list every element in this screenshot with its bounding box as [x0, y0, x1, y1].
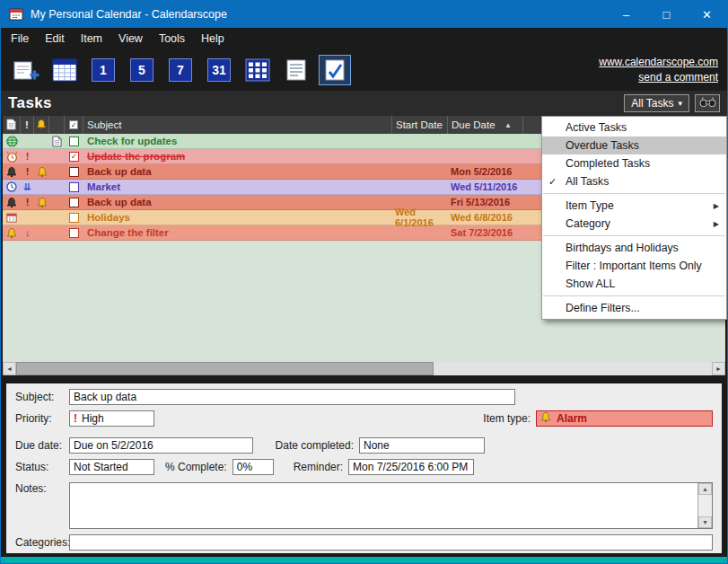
- start-date-column-header[interactable]: Start Date: [392, 116, 448, 134]
- item-type-column-header[interactable]: [3, 116, 21, 134]
- priority-value: High: [82, 412, 104, 425]
- scroll-right-button[interactable]: ►: [712, 362, 725, 375]
- date-completed-input[interactable]: None: [359, 437, 485, 454]
- close-icon: ✕: [702, 8, 712, 22]
- notes-input[interactable]: ▲ ▼: [69, 482, 713, 529]
- due-date-row: Due date: Due on 5/2/2016 Date completed…: [15, 437, 713, 454]
- task-filter-dropdown-button[interactable]: All Tasks ▾: [624, 94, 689, 112]
- tasks-page-icon: [323, 58, 346, 82]
- task-start-date: [392, 149, 448, 163]
- priority-row: Priority: ! High Item type: Alarm: [15, 410, 713, 427]
- menu-tools[interactable]: Tools: [151, 30, 193, 48]
- task-subject: Back up data: [83, 164, 392, 179]
- task-due-date: Wed 5/11/2016: [448, 180, 523, 194]
- tasks-view-button[interactable]: [319, 55, 351, 85]
- year-view-button[interactable]: [241, 55, 274, 85]
- item-type-field[interactable]: Alarm: [536, 410, 713, 427]
- app-window: My Personal Calendar - Calendarscope – □…: [0, 0, 728, 564]
- work-week-view-button[interactable]: 5: [126, 55, 158, 85]
- bell-dark-icon: [3, 164, 21, 179]
- day-view-icon: 1: [92, 58, 115, 82]
- subject-column-header[interactable]: Subject: [83, 116, 392, 134]
- menu-item-filter-important-items-only[interactable]: Filter : Important Items Only: [542, 257, 726, 275]
- list-view-button[interactable]: [280, 55, 312, 85]
- scroll-up-button[interactable]: ▲: [698, 483, 712, 495]
- website-link[interactable]: www.calendarscope.com: [599, 55, 718, 70]
- due-date-column-header[interactable]: Due Date ▲: [448, 116, 523, 134]
- alarm-bell-icon: [540, 411, 551, 426]
- task-start-date: [392, 180, 448, 194]
- menu-item-completed-tasks[interactable]: Completed Tasks: [542, 154, 726, 172]
- complete-checkbox[interactable]: ✓: [69, 152, 79, 162]
- horizontal-scrollbar[interactable]: ◄ ►: [3, 362, 725, 375]
- menu-check-icon: ✓: [548, 176, 561, 188]
- task-due-date: [448, 134, 523, 148]
- minimize-button[interactable]: –: [606, 1, 646, 28]
- maximize-button[interactable]: □: [646, 1, 687, 28]
- menu-edit[interactable]: Edit: [37, 30, 73, 48]
- item-type-value: Alarm: [557, 412, 587, 425]
- year-grid-icon: [245, 58, 270, 82]
- reminder-input[interactable]: Mon 7/25/2016 6:00 PM: [348, 459, 474, 475]
- find-button[interactable]: [695, 94, 720, 112]
- scroll-left-button[interactable]: ◄: [3, 362, 16, 375]
- menu-item-item-type[interactable]: Item Type▶: [542, 197, 726, 215]
- task-filter-label: All Tasks: [631, 97, 673, 110]
- month-view-button[interactable]: 31: [203, 55, 235, 85]
- percent-complete-input[interactable]: 0%: [232, 459, 274, 475]
- status-input[interactable]: Not Started: [69, 459, 154, 475]
- notes-column-header[interactable]: [49, 116, 65, 134]
- menu-item-show-all[interactable]: Show ALL: [542, 275, 726, 293]
- goto-date-button[interactable]: [48, 55, 81, 85]
- complete-checkbox[interactable]: [69, 213, 79, 223]
- complete-checkbox[interactable]: [69, 228, 79, 238]
- complete-checkbox[interactable]: [69, 167, 79, 177]
- complete-checkbox[interactable]: [69, 137, 79, 146]
- menu-item-label: Birthdays and Holidays: [566, 242, 679, 254]
- menu-help[interactable]: Help: [193, 30, 232, 48]
- due-date-input[interactable]: Due on 5/2/2016: [69, 437, 253, 454]
- completed-column-header[interactable]: ✓: [65, 116, 83, 134]
- menu-item-label: Show ALL: [566, 278, 615, 290]
- task-due-date: Fri 5/13/2016: [448, 195, 523, 209]
- priority-input[interactable]: ! High: [69, 410, 154, 427]
- categories-input[interactable]: [69, 534, 713, 551]
- complete-checkbox[interactable]: [69, 182, 79, 192]
- page-icon: [6, 119, 16, 132]
- complete-checkbox[interactable]: [69, 198, 79, 207]
- menu-view[interactable]: View: [110, 30, 151, 48]
- list-page-icon: [285, 58, 307, 82]
- menu-item-active-tasks[interactable]: Active Tasks: [542, 119, 726, 137]
- priority-label: Priority:: [15, 412, 69, 425]
- task-subject: Update the program: [83, 149, 392, 163]
- task-due-date: Mon 5/2/2016: [448, 164, 523, 179]
- menu-item-overdue-tasks[interactable]: Overdue Tasks: [542, 137, 726, 154]
- send-comment-link[interactable]: send a comment: [599, 70, 718, 85]
- menu-file[interactable]: File: [3, 30, 37, 48]
- menu-item[interactable]: Item: [73, 30, 110, 48]
- task-filter-menu: Active TasksOverdue TasksCompleted Tasks…: [541, 116, 727, 320]
- menu-item-all-tasks[interactable]: ✓All Tasks: [542, 172, 726, 190]
- scroll-down-button[interactable]: ▼: [698, 516, 712, 528]
- priority-high-icon: !: [74, 412, 77, 425]
- menu-item-birthdays-and-holidays[interactable]: Birthdays and Holidays: [542, 239, 726, 257]
- new-item-button[interactable]: [10, 55, 42, 85]
- week-view-button[interactable]: 7: [164, 55, 197, 85]
- bottom-accent-strip: [1, 557, 727, 563]
- menu-item-define-filters[interactable]: Define Filters...: [542, 299, 726, 317]
- priority-icon: ⇊: [21, 180, 34, 194]
- item-type-label: Item type:: [483, 412, 531, 425]
- title-bar: My Personal Calendar - Calendarscope – □…: [1, 1, 727, 28]
- close-button[interactable]: ✕: [687, 1, 727, 28]
- menu-item-label: Filter : Important Items Only: [566, 260, 702, 272]
- menu-item-category[interactable]: Category▶: [542, 215, 726, 233]
- scrollbar-thumb[interactable]: [16, 362, 434, 375]
- day-view-button[interactable]: 1: [87, 55, 119, 85]
- subject-input[interactable]: Back up data: [69, 389, 515, 405]
- notes-scrollbar[interactable]: ▲ ▼: [697, 483, 712, 528]
- window-title: My Personal Calendar - Calendarscope: [31, 8, 227, 21]
- priority-column-header[interactable]: !: [21, 116, 34, 134]
- alarm-column-header[interactable]: [34, 116, 49, 134]
- categories-row: Categories:: [15, 534, 713, 551]
- task-start-date: [392, 134, 448, 148]
